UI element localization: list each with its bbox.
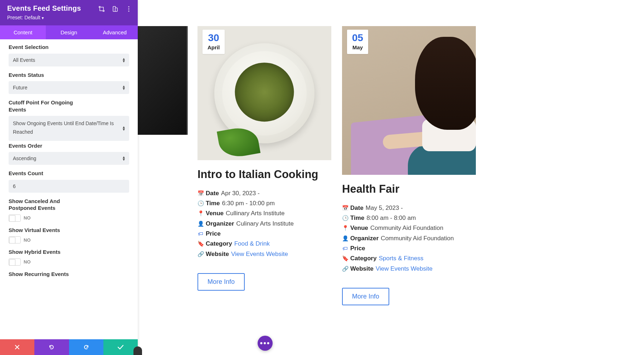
toggle-show-virtual[interactable] (9, 236, 21, 243)
svg-rect-2 (115, 8, 117, 11)
date-badge: 05 May (347, 30, 368, 54)
sort-icon: ▴▾ (123, 85, 125, 90)
bookmark-icon: 🔖 (197, 240, 204, 248)
toggle-state: NO (24, 237, 31, 243)
label-events-count: Events Count (9, 170, 129, 177)
partial-card-left (138, 26, 187, 135)
settings-sidebar: Events Feed Settings Preset: Default▼ Co… (0, 0, 138, 355)
label-events-status: Events Status (9, 72, 129, 79)
more-info-button[interactable]: More Info (197, 273, 245, 291)
select-events-order[interactable]: Ascending ▴▾ (9, 152, 129, 165)
tab-advanced[interactable]: Advanced (92, 25, 138, 39)
label-show-recurring: Show Recurring Events (9, 271, 129, 278)
person-icon: 👤 (197, 220, 204, 228)
svg-point-4 (128, 8, 129, 9)
sidebar-tabs: Content Design Advanced (0, 25, 138, 39)
badge-day: 30 (208, 33, 220, 44)
preview-canvas: 30 April Intro to Italian Cooking 📅Date … (138, 0, 644, 355)
responsive-icon[interactable] (112, 6, 118, 12)
food-illustration (214, 43, 314, 143)
badge-month: May (352, 44, 363, 50)
website-link[interactable]: View Events Website (231, 250, 288, 259)
caret-down-icon: ▼ (41, 16, 45, 20)
redo-button[interactable] (69, 339, 103, 355)
select-events-status[interactable]: Future ▴▾ (9, 81, 129, 94)
calendar-icon: 📅 (342, 204, 348, 212)
sidebar-header: Events Feed Settings Preset: Default▼ (0, 0, 138, 25)
sort-icon: ▴▾ (123, 57, 125, 62)
tag-icon: 🏷 (342, 244, 348, 252)
calendar-icon: 📅 (197, 189, 204, 197)
tab-content[interactable]: Content (0, 25, 46, 39)
tab-design[interactable]: Design (46, 25, 92, 39)
more-info-button[interactable]: More Info (342, 288, 389, 305)
input-events-count[interactable] (9, 180, 129, 193)
event-card: 05 May Health Fair 📅Date May 5, 2023 - 🕒… (342, 26, 476, 305)
event-title: Intro to Italian Cooking (197, 168, 331, 181)
expand-icon[interactable] (98, 6, 105, 12)
badge-month: April (208, 44, 220, 50)
badge-day: 05 (352, 33, 363, 44)
toggle-state: NO (24, 259, 31, 265)
person-icon: 👤 (342, 234, 348, 242)
event-image: 30 April (197, 26, 331, 160)
pin-icon: 📍 (342, 224, 348, 232)
event-image: 05 May (342, 26, 476, 175)
label-events-order: Events Order (9, 142, 129, 149)
link-icon: 🔗 (197, 250, 204, 258)
sidebar-body: Event Selection All Events ▴▾ Events Sta… (0, 39, 138, 339)
svg-point-5 (128, 10, 129, 11)
sort-icon: ▴▾ (123, 156, 125, 161)
sidebar-footer (0, 339, 138, 355)
save-button[interactable] (103, 339, 138, 355)
event-meta: 📅Date Apr 30, 2023 - 🕒Time 6:30 pm - 10:… (197, 189, 331, 259)
date-badge: 30 April (203, 30, 225, 54)
floating-actions-button[interactable]: ••• (258, 336, 273, 351)
label-event-selection: Event Selection (9, 44, 129, 51)
tag-icon: 🏷 (197, 230, 204, 238)
drag-handle[interactable] (133, 346, 142, 355)
label-show-canceled: Show Canceled And Postponed Events (9, 198, 80, 212)
toggle-show-canceled[interactable] (9, 215, 21, 222)
event-card: 30 April Intro to Italian Cooking 📅Date … (197, 26, 331, 291)
header-icons (98, 6, 132, 12)
event-meta: 📅Date May 5, 2023 - 🕒Time 8:00 am - 8:00… (342, 203, 476, 273)
label-cutoff: Cutoff Point For Ongoing Events (9, 99, 80, 113)
svg-point-3 (128, 6, 129, 7)
svg-rect-0 (100, 7, 103, 11)
website-link[interactable]: View Events Website (376, 264, 433, 273)
undo-button[interactable] (34, 339, 69, 355)
clock-icon: 🕒 (342, 214, 348, 222)
sort-icon: ▴▾ (123, 126, 125, 131)
event-title: Health Fair (342, 183, 476, 196)
select-cutoff[interactable]: Show Ongoing Events Until End Date/Time … (9, 116, 129, 141)
toggle-show-hybrid[interactable] (9, 258, 21, 266)
kebab-menu-icon[interactable] (126, 6, 132, 12)
toggle-state: NO (24, 215, 31, 221)
label-show-hybrid: Show Hybrid Events (9, 248, 129, 256)
category-link[interactable]: Food & Drink (234, 239, 270, 248)
person-illustration (397, 37, 476, 173)
cancel-button[interactable] (0, 339, 34, 355)
label-show-virtual: Show Virtual Events (9, 227, 129, 234)
clock-icon: 🕒 (197, 199, 204, 207)
preset-selector[interactable]: Preset: Default▼ (7, 15, 131, 20)
bookmark-icon: 🔖 (342, 254, 348, 262)
category-link[interactable]: Sports & Fitness (379, 254, 424, 263)
link-icon: 🔗 (342, 265, 348, 273)
pin-icon: 📍 (197, 209, 204, 217)
select-event-selection[interactable]: All Events ▴▾ (9, 54, 129, 66)
